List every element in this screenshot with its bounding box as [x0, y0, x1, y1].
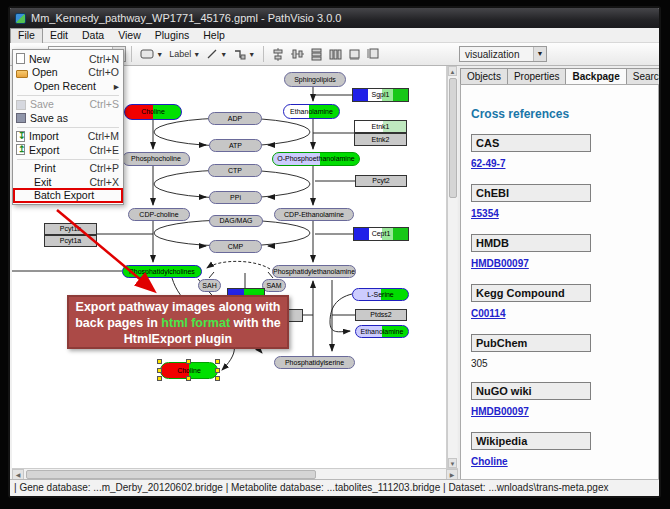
line-tool-button[interactable]: ▼	[204, 45, 229, 63]
menu-shortcut: Ctrl+N	[89, 53, 119, 65]
side-panel-tabs: ObjectsPropertiesBackpageSearchLegend	[458, 66, 661, 86]
xref-header: Kegg Compound	[471, 284, 591, 302]
horizontal-scroll-thumb[interactable]	[26, 470, 316, 479]
menu-file[interactable]: File	[10, 28, 43, 43]
stack-horizontal-icon	[329, 48, 342, 61]
empty-icon	[16, 162, 30, 174]
xref-header: HMDB	[471, 234, 591, 252]
empty-icon	[16, 189, 30, 201]
status-text: | Gene database: ...m_Derby_20120602.bri…	[14, 482, 608, 493]
vertical-scroll-thumb[interactable]	[449, 78, 457, 198]
align-vertical-center-icon	[272, 48, 285, 61]
annotation-arrow	[57, 210, 153, 290]
pathvisio-icon	[15, 13, 26, 24]
side-panel: ObjectsPropertiesBackpageSearchLegend Cr…	[458, 66, 661, 480]
file-menu-item-exit[interactable]: ExitCtrl+X	[14, 175, 122, 189]
gene-tool-button[interactable]: ▼	[138, 45, 165, 63]
chevron-down-icon[interactable]: ▼	[533, 47, 546, 61]
canvas-vertical-scrollbar[interactable]: ▲ ▼	[447, 66, 457, 468]
common-width-icon	[348, 48, 361, 60]
scroll-up-icon[interactable]: ▲	[448, 66, 457, 76]
menu-plugins[interactable]: Plugins	[148, 28, 196, 43]
align-horizontal-center-icon	[291, 48, 304, 61]
menu-separator	[17, 159, 119, 160]
export-icon	[16, 144, 25, 155]
submenu-arrow-icon: ▸	[114, 80, 119, 92]
file-menu-item-save-as[interactable]: Save as	[14, 111, 122, 125]
menu-view[interactable]: View	[111, 28, 148, 43]
menu-shortcut: Ctrl+M	[88, 130, 119, 142]
xref-header: Wikipedia	[471, 432, 591, 450]
chevron-down-icon: ▼	[193, 51, 200, 58]
backpage-sections: CAS62-49-7ChEBI15354HMDBHMDB00097Kegg Co…	[471, 134, 658, 469]
menu-separator	[17, 95, 119, 96]
align-vertical-center-button[interactable]	[270, 45, 287, 63]
xref-value: 305	[471, 358, 658, 369]
file-menu-item-label: New	[29, 53, 83, 65]
xref-link[interactable]: C00114	[471, 308, 505, 319]
xref-link[interactable]: HMDB00097	[471, 406, 529, 417]
annotation-callout: Export pathway images along with back pa…	[67, 295, 289, 349]
xref-link[interactable]: Choline	[471, 456, 508, 467]
xref-section-cas: CAS62-49-7	[471, 134, 658, 171]
xref-section-wikipedia: WikipediaCholine	[471, 432, 658, 469]
file-menu-item-print[interactable]: PrintCtrl+P	[14, 162, 122, 176]
xref-section-nugo-wiki: NuGO wikiHMDB00097	[471, 382, 658, 419]
folder-icon	[16, 70, 28, 78]
status-bar: | Gene database: ...m_Derby_20120602.bri…	[10, 479, 659, 496]
connector-tool-button[interactable]: ▼	[231, 45, 257, 63]
file-menu-item-batch-export[interactable]: Batch Export	[14, 189, 122, 203]
file-menu-item-label: Print	[34, 162, 84, 174]
file-menu-item-label: Save as	[30, 112, 113, 124]
visualization-combobox[interactable]: visualization ▼	[459, 46, 547, 62]
file-menu-item-import[interactable]: ImportCtrl+M	[14, 130, 122, 144]
file-menu-item-save[interactable]: SaveCtrl+S	[14, 98, 122, 112]
file-menu-item-label: Exit	[34, 176, 84, 188]
menu-data[interactable]: Data	[75, 28, 111, 43]
callout-highlight: html format	[161, 316, 230, 330]
gene-icon	[140, 49, 154, 59]
menu-shortcut: Ctrl+P	[90, 162, 119, 174]
menu-shortcut: Ctrl+O	[88, 66, 119, 78]
file-menu-item-label: Export	[29, 144, 84, 156]
label-tool-button[interactable]: Label ▼	[167, 45, 202, 63]
stack-vertical-icon	[310, 48, 323, 61]
xref-section-hmdb: HMDBHMDB00097	[471, 234, 658, 271]
menu-edit[interactable]: Edit	[43, 28, 75, 43]
connector-icon	[233, 48, 246, 60]
scroll-down-icon[interactable]: ▼	[448, 458, 457, 468]
common-width-button[interactable]	[346, 45, 363, 63]
file-menu-item-new[interactable]: NewCtrl+N	[14, 52, 122, 66]
file-menu-item-export[interactable]: ExportCtrl+E	[14, 143, 122, 157]
title-bar[interactable]: Mm_Kennedy_pathway_WP1771_45176.gpml - P…	[10, 8, 659, 28]
menu-shortcut: Ctrl+E	[90, 144, 119, 156]
file-menu-item-label: Import	[29, 130, 82, 142]
window-title: Mm_Kennedy_pathway_WP1771_45176.gpml - P…	[31, 12, 341, 24]
xref-header: NuGO wiki	[471, 382, 591, 400]
common-height-button[interactable]	[365, 45, 382, 63]
align-horizontal-center-button[interactable]	[289, 45, 306, 63]
file-menu-item-label: Open Recent	[34, 80, 108, 92]
xref-link[interactable]: 62-49-7	[471, 158, 505, 169]
menu-shortcut: Ctrl+S	[90, 98, 119, 110]
file-menu-item-label: Save	[30, 98, 84, 110]
save-icon	[16, 100, 26, 110]
line-icon	[206, 48, 218, 60]
file-menu-item-open[interactable]: OpenCtrl+O	[14, 66, 122, 80]
toolbar-separator	[263, 46, 264, 62]
xref-link[interactable]: HMDB00097	[471, 258, 529, 269]
xref-header: CAS	[471, 134, 591, 152]
backpage-panel: Cross references CAS62-49-7ChEBI15354HMD…	[460, 84, 659, 480]
label-tool-text: Label	[169, 49, 191, 59]
saveas-icon	[16, 113, 26, 123]
xref-link[interactable]: 15354	[471, 208, 499, 219]
file-menu-item-label: Batch Export	[34, 189, 113, 201]
file-menu-item-open-recent[interactable]: Open Recent▸	[14, 79, 122, 93]
file-menu-item-label: Open	[32, 66, 82, 78]
menu-shortcut: Ctrl+X	[90, 176, 119, 188]
file-menu: NewCtrl+NOpenCtrl+OOpen Recent▸SaveCtrl+…	[12, 49, 124, 205]
import-icon	[16, 131, 25, 142]
stack-vertical-button[interactable]	[308, 45, 325, 63]
menu-help[interactable]: Help	[196, 28, 232, 43]
stack-horizontal-button[interactable]	[327, 45, 344, 63]
